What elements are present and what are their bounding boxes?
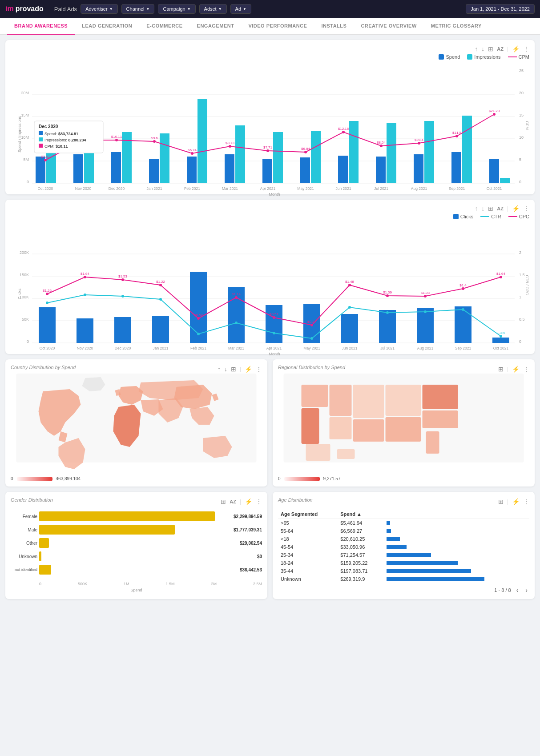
svg-text:Impressions: 8,280,234: Impressions: 8,280,234 [44, 138, 86, 142]
sort-down-icon2[interactable]: ↓ [481, 205, 484, 212]
lightning-icon-map1[interactable]: ⚡ [245, 366, 252, 373]
lightning-icon-map2[interactable]: ⚡ [512, 366, 520, 373]
svg-text:Spend: $83,724.81: Spend: $83,724.81 [44, 132, 78, 136]
channel-filter[interactable]: Channel ▼ [121, 4, 155, 14]
sort-up-icon[interactable]: ↑ [475, 45, 478, 52]
date-range-filter[interactable]: Jan 1, 2021 - Dec 31, 2022 [466, 4, 535, 14]
svg-text:$21.28: $21.28 [489, 109, 500, 113]
az-icon2[interactable]: AZ [497, 206, 504, 211]
tab-lead-generation[interactable]: LEAD GENERATION [75, 18, 139, 34]
more-icon2[interactable]: ⋮ [523, 205, 529, 212]
az-icon-gender[interactable]: AZ [230, 499, 236, 504]
svg-text:$1.22: $1.22 [156, 280, 165, 284]
main-content: ↑ ↓ ⊞ AZ | ⚡ ⋮ Spend Impressions CPM [0, 35, 540, 604]
svg-text:20: 20 [519, 91, 524, 95]
svg-point-158 [500, 335, 502, 338]
prev-page-button[interactable]: ‹ [515, 587, 520, 594]
table-pagination: 1 - 8 / 8 ‹ › [278, 587, 529, 594]
us-map-title: Regional Distribution by Spend [278, 365, 345, 370]
svg-point-42 [44, 159, 47, 161]
svg-text:20M: 20M [21, 91, 29, 95]
sort-down-icon-map1[interactable]: ↓ [224, 366, 227, 373]
spend-cell: $33,050.96 [338, 543, 383, 551]
svg-text:May 2021: May 2021 [303, 346, 320, 350]
tab-brand-awareness[interactable]: BRAND AWARENESS [7, 18, 75, 35]
tab-creative-overview[interactable]: CREATIVE OVERVIEW [354, 18, 423, 34]
ad-filter[interactable]: Ad ▼ [230, 4, 251, 14]
svg-text:$1.26: $1.26 [43, 289, 52, 293]
gender-bar-not-identified [39, 565, 51, 575]
us-map-legend: 0 9,271.57 [278, 476, 529, 481]
grid-icon-map1[interactable]: ⊞ [231, 366, 236, 373]
advertiser-filter[interactable]: Advertiser ▼ [81, 4, 117, 14]
svg-point-44 [115, 139, 118, 141]
svg-point-53 [455, 135, 458, 137]
svg-text:$1.64: $1.64 [496, 272, 506, 276]
more-icon-map2[interactable]: ⋮ [523, 366, 529, 373]
more-icon[interactable]: ⋮ [523, 45, 529, 52]
svg-rect-30 [300, 157, 310, 183]
az-icon[interactable]: AZ [497, 46, 504, 52]
lightning-icon-age[interactable]: ⚡ [512, 498, 520, 505]
grid-icon[interactable]: ⊞ [488, 45, 493, 52]
age-cell: 35-44 [278, 567, 338, 575]
spend-col-header: Spend ▲ [338, 510, 383, 519]
tab-metric-glossary[interactable]: METRIC GLOSSARY [424, 18, 489, 34]
svg-text:Sep 2021: Sep 2021 [449, 186, 465, 191]
svg-text:$7.57: $7.57 [41, 155, 50, 159]
grid-icon-gender[interactable]: ⊞ [221, 498, 226, 505]
sort-down-icon[interactable]: ↓ [481, 45, 484, 52]
svg-rect-186 [426, 431, 439, 454]
table-row: 35-44 $197,083.71 [278, 567, 529, 575]
grid-icon-age[interactable]: ⊞ [498, 498, 504, 505]
svg-rect-35 [387, 123, 396, 183]
svg-text:$1.09: $1.09 [383, 290, 392, 294]
more-icon-map1[interactable]: ⋮ [256, 366, 262, 373]
legend-ctr-color [480, 216, 489, 217]
svg-point-48 [266, 149, 269, 152]
svg-rect-178 [330, 385, 352, 416]
svg-point-127 [310, 324, 313, 326]
svg-text:Clicks: Clicks [17, 289, 22, 299]
us-map-svg [278, 374, 529, 471]
legend-impressions: Impressions [467, 54, 500, 60]
grid-icon-map2[interactable]: ⊞ [498, 366, 504, 373]
sort-up-icon-map1[interactable]: ↑ [218, 366, 221, 373]
svg-point-147 [84, 294, 86, 296]
lightning-icon2[interactable]: ⚡ [512, 205, 520, 212]
tab-engagement[interactable]: ENGAGEMENT [190, 18, 242, 34]
lightning-icon-gender[interactable]: ⚡ [245, 498, 252, 505]
svg-text:Jan 2021: Jan 2021 [147, 186, 162, 191]
table-row: >65 $5,461.94 [278, 519, 529, 527]
more-icon-age[interactable]: ⋮ [523, 498, 529, 505]
next-page-button[interactable]: › [524, 587, 529, 594]
svg-text:$1.53: $1.53 [118, 274, 128, 278]
campaign-filter[interactable]: Campaign ▼ [158, 4, 195, 14]
gender-bar-male [39, 525, 175, 535]
svg-text:0: 0 [27, 339, 29, 344]
legend-spend-color [439, 54, 444, 60]
gender-label-male: Male [11, 527, 37, 532]
svg-text:0: 0 [27, 180, 29, 184]
sort-up-icon2[interactable]: ↑ [475, 205, 478, 212]
table-row: 45-54 $33,050.96 [278, 543, 529, 551]
gender-row-male: Male $1,777,039.31 [11, 525, 262, 535]
svg-point-150 [197, 333, 200, 335]
bar-col-header [384, 510, 529, 519]
grid-icon2[interactable]: ⊞ [488, 205, 493, 212]
bottom-row: Gender Distribution ⊞ AZ | ⚡ ⋮ Female $2… [5, 492, 535, 599]
svg-point-46 [191, 152, 193, 155]
legend-cpm: CPM [508, 54, 529, 60]
adset-filter[interactable]: Adset ▼ [199, 4, 227, 14]
svg-rect-40 [489, 159, 499, 183]
lightning-icon[interactable]: ⚡ [512, 45, 520, 52]
svg-point-120 [46, 293, 48, 295]
svg-rect-116 [379, 310, 396, 343]
spend-impressions-chart-card: ↑ ↓ ⊞ AZ | ⚡ ⋮ Spend Impressions CPM [5, 40, 535, 194]
svg-rect-18 [73, 154, 83, 183]
tab-ecommerce[interactable]: E-COMMERCE [139, 18, 189, 34]
more-icon-gender[interactable]: ⋮ [256, 498, 262, 505]
svg-rect-27 [235, 125, 245, 183]
tab-video-performance[interactable]: VIDEO PERFORMANCE [241, 18, 314, 34]
tab-installs[interactable]: INSTALLS [314, 18, 354, 34]
